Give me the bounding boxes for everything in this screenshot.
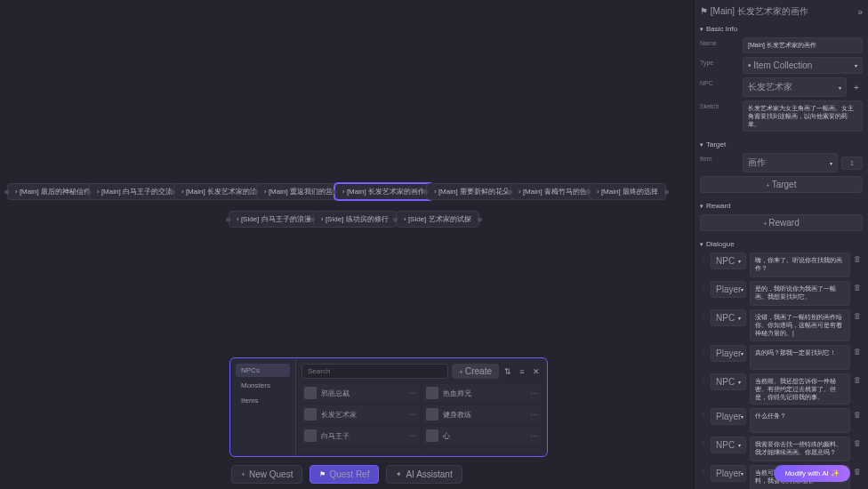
palette-tab-items[interactable]: Items bbox=[236, 394, 290, 407]
palette-item[interactable]: 手机⋯ bbox=[423, 448, 542, 451]
new-quest-button[interactable]: + New Quest bbox=[231, 465, 302, 484]
quest-node[interactable]: › [Main] 需要新鲜的花朵 bbox=[426, 183, 518, 200]
sort-icon[interactable]: ⇅ bbox=[502, 366, 513, 377]
section-basic-info[interactable]: Basic Info bbox=[700, 25, 863, 33]
quest-node[interactable]: › [Main] 白马王子的交流 bbox=[89, 183, 181, 200]
palette-item[interactable]: 热血师兄⋯ bbox=[423, 384, 542, 402]
dialogue-speaker-select[interactable]: Player bbox=[711, 345, 746, 362]
delete-icon[interactable]: 🗑 bbox=[854, 253, 863, 263]
more-icon[interactable]: ⋯ bbox=[530, 431, 539, 441]
thumbnail-icon bbox=[426, 408, 438, 421]
drag-handle-icon[interactable]: ⋮ bbox=[700, 373, 707, 384]
palette-item[interactable]: 青梅竹马⋯ bbox=[301, 448, 420, 451]
thumbnail-icon bbox=[304, 429, 317, 442]
thumbnail-icon bbox=[304, 387, 317, 399]
list-icon[interactable]: ≡ bbox=[517, 366, 527, 377]
palette-item[interactable]: 心⋯ bbox=[423, 427, 542, 445]
section-dialogue[interactable]: Dialogue bbox=[700, 240, 863, 248]
quest-node[interactable]: › [Side] 练功房的修行 bbox=[313, 211, 397, 228]
inspector-title: ⚑ [Main] 长发艺术家的画作 bbox=[700, 5, 808, 18]
delete-icon[interactable]: 🗑 bbox=[854, 373, 863, 384]
dialogue-text-input[interactable]: 没错，我画了一幅特别的画作给你。你知道吗，这幅画可是有着神秘力量的。| bbox=[750, 309, 850, 341]
target-item-select[interactable]: 画作 bbox=[743, 153, 838, 172]
section-reward[interactable]: Reward bbox=[700, 202, 863, 210]
dialogue-text-input[interactable]: 嗨，你来了。听说你在找我的画作？ bbox=[750, 253, 850, 277]
more-icon[interactable]: ⋯ bbox=[408, 389, 417, 398]
name-input[interactable]: [Main] 长发艺术家的画作 bbox=[743, 37, 863, 53]
drag-handle-icon[interactable]: ⋮ bbox=[700, 345, 707, 356]
modify-with-ai-button[interactable]: Modify with AI ✨ bbox=[774, 465, 850, 482]
ai-assistant-button[interactable]: ✦ AI Assistant bbox=[386, 465, 462, 484]
drag-handle-icon[interactable]: ⋮ bbox=[700, 465, 707, 476]
dialogue-speaker-select[interactable]: Player bbox=[711, 465, 746, 482]
thumbnail-icon bbox=[304, 408, 317, 421]
quest-node[interactable]: › [Main] 长发艺术家的画作 bbox=[334, 183, 433, 200]
type-select[interactable]: • Item Collection bbox=[743, 57, 863, 74]
delete-icon[interactable]: 🗑 bbox=[854, 309, 863, 320]
dialogue-speaker-select[interactable]: Player bbox=[711, 408, 746, 425]
more-icon[interactable]: ⋯ bbox=[408, 431, 417, 441]
delete-icon[interactable]: 🗑 bbox=[854, 281, 863, 292]
add-npc-button[interactable]: + bbox=[850, 83, 863, 92]
quest-node[interactable]: › [Side] 白马王子的浪漫 bbox=[229, 211, 319, 228]
more-icon[interactable]: ⋯ bbox=[530, 410, 539, 420]
palette-item[interactable]: 邪恶总裁⋯ bbox=[301, 384, 420, 402]
close-icon[interactable]: ✕ bbox=[531, 366, 542, 377]
delete-icon[interactable]: 🗑 bbox=[854, 437, 863, 447]
palette-item[interactable]: 长发艺术家⋯ bbox=[301, 405, 420, 423]
dialogue-text-input[interactable]: 什么任务？ bbox=[750, 408, 850, 433]
dialogue-speaker-select[interactable]: Player bbox=[711, 281, 746, 298]
palette-search-input[interactable] bbox=[301, 364, 448, 379]
inspector-panel: ⚑ [Main] 长发艺术家的画作 » Basic Info Name[Main… bbox=[694, 0, 868, 489]
palette-item[interactable]: 白马王子⋯ bbox=[301, 427, 420, 445]
drag-handle-icon[interactable]: ⋮ bbox=[700, 281, 707, 292]
quest-node[interactable]: › [Side] 艺术家的试探 bbox=[396, 211, 479, 228]
thumbnail-icon bbox=[426, 429, 438, 442]
dialogue-speaker-select[interactable]: NPC bbox=[711, 309, 746, 326]
drag-handle-icon[interactable]: ⋮ bbox=[700, 253, 707, 263]
inspector-close-icon[interactable]: » bbox=[857, 7, 863, 17]
dialogue-text-input[interactable]: 真的吗？那我一定要找到它！ bbox=[750, 345, 850, 370]
sketch-textarea[interactable]: 长发艺术家为女主角画了一幅画。女主角需要找到这幅画，以向他索要的药草。 bbox=[743, 100, 863, 132]
palette-create-button[interactable]: + Create bbox=[452, 364, 499, 379]
drag-handle-icon[interactable]: ⋮ bbox=[700, 309, 707, 320]
drag-handle-icon[interactable]: ⋮ bbox=[700, 437, 707, 447]
add-target-button[interactable]: + Target bbox=[700, 176, 863, 193]
dialogue-text-input[interactable]: 是的，我听说你为我画了一幅画。我想要找到它。 bbox=[750, 281, 850, 306]
section-target[interactable]: Target bbox=[700, 140, 863, 148]
thumbnail-icon bbox=[426, 387, 438, 399]
more-icon[interactable]: ⋯ bbox=[530, 389, 539, 398]
add-reward-button[interactable]: + Reward bbox=[700, 214, 863, 231]
dialogue-speaker-select[interactable]: NPC bbox=[711, 437, 746, 453]
target-qty-input[interactable]: 1 bbox=[841, 156, 863, 170]
drag-handle-icon[interactable]: ⋮ bbox=[700, 408, 707, 419]
palette-tab-npcs[interactable]: NPCs bbox=[236, 364, 290, 377]
dialogue-speaker-select[interactable]: NPC bbox=[711, 373, 746, 390]
delete-icon[interactable]: 🗑 bbox=[854, 465, 863, 476]
dialogue-text-input[interactable]: 我需要你去找一些特殊的颜料。我才能继续画画。你愿意吗？ bbox=[750, 437, 850, 461]
palette-item[interactable]: 健身教练⋯ bbox=[423, 405, 542, 423]
quest-node[interactable]: › [Main] 最后的神秘信件 bbox=[7, 183, 99, 200]
more-icon[interactable]: ⋯ bbox=[408, 410, 417, 420]
dialogue-speaker-select[interactable]: NPC bbox=[711, 253, 746, 269]
quest-node[interactable]: › [Main] 最终的选择 bbox=[589, 183, 666, 200]
dialogue-text-input[interactable]: 当然啦。我还想告诉你一件秘密。有些约定过去就算了。但是，你得先记得我的事。 bbox=[750, 373, 850, 405]
delete-icon[interactable]: 🗑 bbox=[854, 345, 863, 356]
asset-palette: NPCs Monsters Items + Create ⇅ ≡ ✕ 邪恶总裁⋯… bbox=[229, 357, 548, 457]
quest-ref-button[interactable]: ⚑ Quest Ref bbox=[309, 465, 379, 484]
palette-tab-monsters[interactable]: Monsters bbox=[236, 379, 290, 392]
npc-select[interactable]: 长发艺术家 bbox=[743, 77, 847, 97]
delete-icon[interactable]: 🗑 bbox=[854, 408, 863, 419]
